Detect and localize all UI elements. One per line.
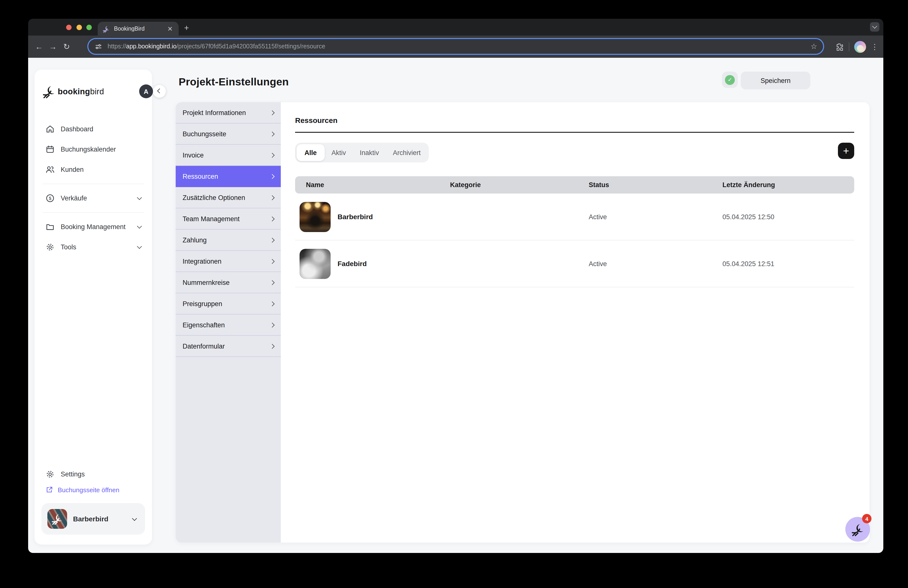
support-chat-button[interactable]: 4 [845, 517, 870, 541]
section-divider [295, 132, 854, 133]
settings-nav-label: Zahlung [183, 236, 270, 244]
chevron-right-icon [270, 110, 275, 115]
users-icon [45, 165, 55, 174]
bird-icon [851, 523, 865, 536]
browser-tab[interactable]: BookingBird ✕ [98, 22, 179, 35]
resource-thumbnail [299, 202, 331, 232]
resource-modified: 05.04.2025 12:50 [712, 213, 854, 221]
sidebar-item-buchungskalender[interactable]: Buchungskalender [35, 139, 152, 159]
settings-nav-item-buchungsseite[interactable]: Buchungsseite [175, 123, 281, 145]
settings-nav-item-preisgruppen[interactable]: Preisgruppen [175, 293, 281, 314]
project-switcher[interactable]: Barberbird [42, 503, 145, 535]
settings-nav-label: Integrationen [183, 258, 270, 265]
resource-name: Fadebird [338, 260, 367, 267]
filter-tab-archiviert[interactable]: Archiviert [386, 144, 428, 161]
sidebar-divider [42, 184, 144, 184]
folder-icon [45, 222, 55, 232]
settings-nav-item-datenformular[interactable]: Datenformular [175, 336, 281, 357]
macos-close-button[interactable] [66, 24, 72, 30]
table-row[interactable]: BarberbirdActive05.04.2025 12:50 [295, 193, 854, 240]
settings-nav-label: Datenformular [183, 342, 270, 350]
column-header-letzte-nderung: Letzte Änderung [712, 181, 854, 188]
filter-tab-inaktiv[interactable]: Inaktiv [353, 144, 386, 161]
settings-nav-item-invoice[interactable]: Invoice [175, 145, 281, 166]
sidebar-item-tools[interactable]: Tools [35, 237, 152, 257]
section-heading: Ressourcen [295, 116, 854, 124]
address-bar[interactable]: https://app.bookingbird.io/projects/67f0… [89, 39, 823, 54]
extensions-icon[interactable] [835, 42, 844, 51]
macos-zoom-button[interactable] [86, 24, 92, 30]
tab-search-button[interactable] [870, 22, 879, 32]
saved-status-button: ✓ [722, 72, 738, 88]
sidebar-nav: DashboardBuchungskalenderKundenVerkäufeB… [35, 119, 152, 257]
browser-tabstrip: BookingBird ✕ + [28, 19, 883, 35]
sidebar-item-settings[interactable]: Settings [35, 466, 152, 482]
add-resource-button[interactable]: + [838, 143, 854, 159]
settings-label: Settings [61, 470, 85, 478]
new-tab-button[interactable]: + [180, 23, 192, 34]
settings-nav-item-eigenschaften[interactable]: Eigenschaften [175, 314, 281, 336]
user-avatar[interactable]: A [139, 84, 153, 98]
sidebar-divider [42, 212, 144, 213]
sidebar-item-label: Dashboard [61, 126, 141, 133]
browser-menu-icon[interactable]: ⋮ [871, 42, 878, 51]
settings-nav-label: Buchungsseite [183, 130, 270, 137]
sidebar-collapse-button[interactable] [153, 85, 166, 98]
saved-check-icon: ✓ [725, 75, 735, 85]
resource-name: Barberbird [338, 213, 373, 221]
settings-nav-item-projekt-informationen[interactable]: Projekt Informationen [175, 102, 281, 123]
filter-tab-aktiv[interactable]: Aktiv [325, 144, 353, 161]
chevron-right-icon [270, 344, 275, 348]
home-icon [45, 124, 55, 134]
settings-nav-item-team-management[interactable]: Team Management [175, 208, 281, 230]
settings-nav-item-nummernkreise[interactable]: Nummernkreise [175, 272, 281, 293]
filter-tab-alle[interactable]: Alle [296, 144, 325, 161]
table-row[interactable]: FadebirdActive05.04.2025 12:51 [295, 240, 854, 287]
settings-nav-item-zahlung[interactable]: Zahlung [175, 230, 281, 251]
gear-icon [45, 469, 55, 478]
settings-nav-item-zus-tzliche-optionen[interactable]: Zusätzliche Optionen [175, 187, 281, 208]
browser-toolbar: ← → ↻ https://app.bookingbird.io/project… [28, 35, 883, 58]
desktop: BookingBird ✕ + ← → ↻ https://app.bookin… [0, 0, 908, 588]
chevron-left-icon [157, 88, 162, 93]
sidebar-item-label: Kunden [61, 166, 141, 173]
open-booking-page-link[interactable]: Buchungsseite öffnen [35, 482, 152, 497]
settings-content: Ressourcen AlleAktivInaktivArchiviert + … [281, 102, 869, 543]
bookmark-star-icon[interactable]: ☆ [811, 42, 817, 51]
site-settings-icon[interactable] [94, 42, 103, 51]
bookingbird-logo-text: bookingbird [58, 87, 104, 96]
tab-title: BookingBird [114, 26, 166, 32]
column-header-kategorie: Kategorie [439, 181, 578, 188]
settings-nav-item-ressourcen[interactable]: Ressourcen [175, 166, 281, 187]
filter-tabs: AlleAktivInaktivArchiviert [295, 143, 429, 163]
sidebar-item-label: Booking Management [61, 223, 138, 230]
browser-window: BookingBird ✕ + ← → ↻ https://app.bookin… [28, 19, 883, 553]
sidebar-item-verk-ufe[interactable]: Verkäufe [35, 188, 152, 208]
save-button[interactable]: Speichern [741, 72, 810, 89]
tab-close-icon[interactable]: ✕ [166, 24, 174, 33]
chevron-right-icon [270, 259, 275, 264]
reload-button[interactable]: ↻ [60, 42, 74, 52]
resource-thumbnail [299, 248, 331, 279]
browser-profile-avatar[interactable] [854, 41, 866, 53]
forward-button[interactable]: → [46, 42, 60, 51]
resource-modified: 05.04.2025 12:51 [712, 260, 854, 267]
table-header: NameKategorieStatusLetzte Änderung [295, 176, 854, 193]
settings-nav-label: Projekt Informationen [183, 109, 270, 116]
url-text: https://app.bookingbird.io/projects/67f0… [108, 43, 811, 50]
chevron-right-icon [270, 174, 275, 179]
chevron-down-icon [137, 195, 142, 200]
sidebar-item-dashboard[interactable]: Dashboard [35, 119, 152, 139]
chevron-down-icon [872, 24, 877, 29]
sidebar-item-label: Buchungskalender [61, 146, 141, 153]
settings-nav-label: Preisgruppen [183, 300, 270, 307]
macos-minimize-button[interactable] [76, 24, 82, 30]
settings-nav-item-integrationen[interactable]: Integrationen [175, 251, 281, 272]
sidebar-item-label: Tools [61, 243, 138, 251]
gear-icon [45, 242, 55, 252]
chevron-right-icon [270, 237, 275, 242]
sidebar-item-booking-management[interactable]: Booking Management [35, 217, 152, 237]
table-body: BarberbirdActive05.04.2025 12:50Fadebird… [295, 193, 854, 287]
sidebar-item-kunden[interactable]: Kunden [35, 159, 152, 180]
back-button[interactable]: ← [32, 42, 46, 51]
